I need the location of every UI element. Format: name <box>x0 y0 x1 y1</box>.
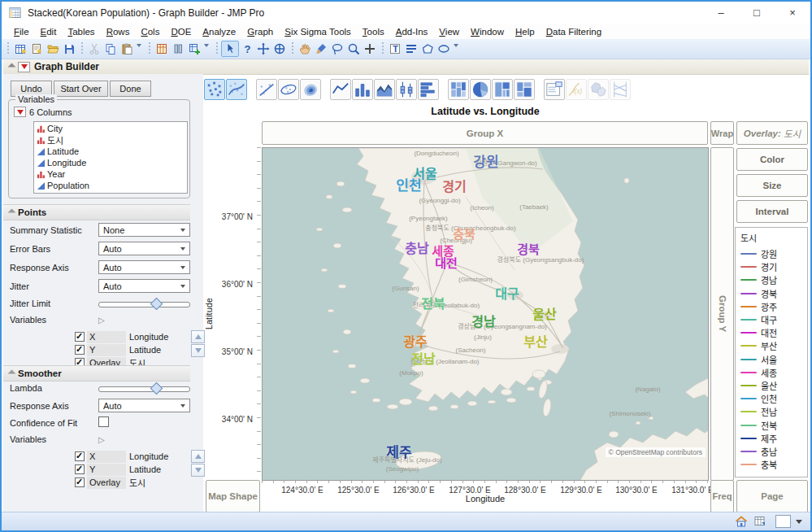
polygon-tool-icon[interactable] <box>419 41 436 56</box>
color-dropzone[interactable]: Color <box>736 148 808 171</box>
line-of-fit-element-icon[interactable] <box>256 79 277 100</box>
line-tool-icon[interactable] <box>403 41 419 56</box>
role-checkbox[interactable] <box>75 332 85 342</box>
pie-element-icon[interactable] <box>470 79 491 100</box>
role-column[interactable]: Latitude <box>126 464 190 474</box>
treemap-element-icon[interactable] <box>492 79 513 100</box>
menu-item[interactable]: Add-Ins <box>390 26 434 37</box>
menu-item[interactable]: Analyze <box>197 26 241 37</box>
ellipse-element-icon[interactable] <box>278 79 299 100</box>
toolbar-overflow-chevron[interactable] <box>204 44 209 47</box>
menu-item[interactable]: Six Sigma Tools <box>279 26 357 37</box>
page-dropzone[interactable]: Page <box>736 480 808 512</box>
size-dropzone[interactable]: Size <box>736 174 808 197</box>
jitter-limit-slider[interactable] <box>98 299 190 308</box>
role-checkbox[interactable] <box>75 451 85 461</box>
help-tool-icon[interactable]: ? <box>239 41 255 56</box>
lambda-slider[interactable] <box>98 384 190 393</box>
done-button[interactable]: Done <box>110 81 151 97</box>
menu-item[interactable]: Data Filtering <box>541 26 607 37</box>
paste-icon[interactable] <box>119 41 135 56</box>
columns-icon[interactable] <box>170 41 186 56</box>
points-disclosure-icon[interactable] <box>8 208 16 216</box>
map-shape-dropzone[interactable]: Map Shape <box>206 480 260 512</box>
box-plot-element-icon[interactable] <box>396 79 417 100</box>
legend-item[interactable]: 부산 <box>740 339 807 352</box>
map-plot-area[interactable]: (Dongducheon)강원도 (Gangwon-do)(Gyeonggi-d… <box>262 147 709 481</box>
legend-item[interactable]: 대전 <box>740 326 807 339</box>
paintbrush-tool-icon[interactable] <box>313 41 329 56</box>
menu-item[interactable]: Edit <box>35 26 63 37</box>
menu-item[interactable]: Cols <box>135 26 165 37</box>
legend-item[interactable]: 제주 <box>740 432 807 445</box>
variables-expand-icon[interactable]: ▷ <box>98 435 190 444</box>
column-list-item[interactable]: City <box>34 123 187 134</box>
caption-box-element-icon[interactable] <box>544 79 565 100</box>
parallel-plot-element-icon[interactable] <box>610 79 631 100</box>
magnifier-tool-icon[interactable] <box>345 41 362 56</box>
group-y-dropzone[interactable]: Group Y <box>710 147 734 481</box>
smoother-element-icon[interactable] <box>226 79 247 100</box>
group-x-dropzone[interactable]: Group X <box>262 121 708 145</box>
points-element-icon[interactable] <box>204 79 225 100</box>
overlay-dropzone[interactable]: Overlay: 도시 <box>736 121 808 145</box>
contour-element-icon[interactable] <box>300 79 321 100</box>
legend-item[interactable]: 서울 <box>740 353 807 366</box>
journal-icon[interactable] <box>28 41 45 56</box>
map-shapes-element-icon[interactable] <box>588 79 609 100</box>
line-element-icon[interactable] <box>330 79 351 100</box>
toolbar-overflow-chevron[interactable] <box>137 44 141 47</box>
maximize-button[interactable]: □ <box>739 2 775 24</box>
area-element-icon[interactable] <box>374 79 395 100</box>
menu-item[interactable]: View <box>433 26 465 37</box>
menu-item[interactable]: DOE <box>165 26 197 37</box>
legend-item[interactable]: 충남 <box>740 445 807 458</box>
legend-item[interactable]: 전남 <box>740 405 807 418</box>
slider-thumb[interactable] <box>150 382 163 395</box>
role-checkbox[interactable] <box>75 345 85 355</box>
oval-tool-icon[interactable] <box>436 41 452 56</box>
outline-disclosure-icon[interactable] <box>8 63 16 71</box>
data-grid-icon[interactable] <box>753 515 767 528</box>
bar-element-icon[interactable] <box>352 79 373 100</box>
points-dropdown[interactable]: Auto <box>98 242 190 255</box>
histogram-element-icon[interactable] <box>418 79 439 100</box>
annotate-tool-icon[interactable]: T <box>387 41 403 56</box>
legend-item[interactable]: 대구 <box>740 313 807 326</box>
legend-item[interactable]: 인천 <box>740 392 807 405</box>
variables-expand-icon[interactable]: ▷ <box>98 316 190 325</box>
confidence-of-fit-checkbox[interactable] <box>98 416 109 427</box>
menu-item[interactable]: Tables <box>62 26 100 37</box>
swatch-dropdown-chevron-icon[interactable] <box>796 520 802 524</box>
home-icon[interactable] <box>734 515 749 528</box>
copy-icon[interactable] <box>102 41 119 56</box>
cut-icon[interactable] <box>86 41 102 56</box>
toolbar-overflow-chevron[interactable] <box>454 44 458 47</box>
menu-item[interactable]: File <box>8 26 35 37</box>
start-over-button[interactable]: Start Over <box>54 81 108 97</box>
points-section-header[interactable]: Points <box>3 204 190 220</box>
smoother-response-axis-dropdown[interactable]: Auto <box>98 399 190 412</box>
legend-item[interactable]: 강원 <box>740 247 807 260</box>
legend-item[interactable]: 충북 <box>740 458 807 471</box>
menu-item[interactable]: Tools <box>357 26 390 37</box>
role-column[interactable]: Longitude <box>126 332 190 342</box>
menu-item[interactable]: Help <box>510 26 541 37</box>
close-button[interactable]: × <box>775 2 810 24</box>
legend-item[interactable]: 울산 <box>740 379 807 392</box>
legend-item[interactable]: 전북 <box>740 418 807 431</box>
legend-item[interactable]: 경기 <box>740 260 807 273</box>
new-data-table-icon[interactable] <box>12 41 28 56</box>
menu-item[interactable]: Graph <box>241 26 279 37</box>
points-dropdown[interactable]: Auto <box>98 260 190 274</box>
role-checkbox[interactable] <box>75 464 85 474</box>
crosshairs-tool-icon[interactable] <box>255 41 271 56</box>
heatmap-element-icon[interactable] <box>448 79 469 100</box>
points-dropdown[interactable]: None <box>98 223 190 237</box>
legend-item[interactable]: 경북 <box>740 287 807 300</box>
save-icon[interactable] <box>61 41 77 56</box>
red-triangle-menu-icon[interactable] <box>18 62 30 72</box>
interval-dropzone[interactable]: Interval <box>736 200 808 223</box>
lasso-tool-icon[interactable] <box>329 41 345 56</box>
resize-tool-icon[interactable] <box>362 41 378 56</box>
